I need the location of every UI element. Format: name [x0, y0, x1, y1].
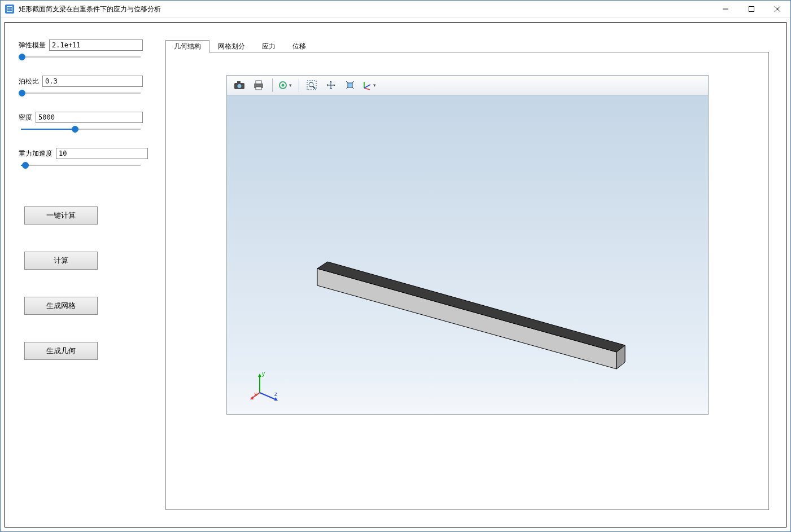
svg-text:z: z — [274, 391, 277, 397]
tab-mesh[interactable]: 网格划分 — [209, 40, 254, 52]
svg-text:y: y — [262, 371, 265, 377]
gravity-label: 重力加速度 — [19, 149, 53, 159]
density-slider[interactable] — [19, 125, 143, 133]
elastic-modulus-label: 弹性模量 — [19, 41, 46, 50]
app-icon — [5, 5, 14, 14]
close-button[interactable] — [764, 1, 790, 17]
svg-rect-0 — [7, 7, 12, 12]
svg-line-31 — [260, 393, 276, 399]
gravity-input[interactable] — [56, 148, 148, 159]
svg-rect-18 — [348, 83, 352, 87]
poisson-slider[interactable] — [19, 89, 143, 97]
gear-icon[interactable] — [276, 77, 294, 94]
axis-triad: y x z — [250, 369, 283, 403]
svg-point-14 — [282, 84, 285, 87]
density-input[interactable] — [36, 112, 143, 123]
print-icon[interactable] — [250, 77, 268, 94]
oneclick-compute-button[interactable]: 一键计算 — [24, 206, 98, 225]
compute-button[interactable]: 计算 — [24, 252, 98, 270]
camera-icon[interactable] — [230, 77, 248, 94]
param-poisson: 泊松比 — [19, 76, 143, 97]
svg-point-16 — [309, 82, 313, 87]
viewport-3d[interactable]: y x z — [226, 75, 709, 415]
app-window: 矩形截面简支梁在自重条件下的应力与位移分析 弹性模量 泊松比 — [0, 0, 791, 532]
beam-geometry — [312, 256, 628, 380]
svg-line-20 — [364, 88, 370, 90]
tab-bar: 几何结构 网格划分 应力 位移 — [165, 39, 769, 52]
generate-geometry-button[interactable]: 生成几何 — [24, 342, 98, 360]
viewport-toolbar — [227, 76, 708, 95]
zoom-box-icon[interactable] — [303, 77, 321, 94]
elastic-modulus-slider[interactable] — [19, 53, 143, 61]
poisson-label: 泊松比 — [19, 77, 39, 86]
tab-stress[interactable]: 应力 — [254, 40, 284, 52]
param-elastic-modulus: 弹性模量 — [19, 39, 143, 61]
svg-marker-26 — [258, 373, 261, 377]
svg-line-17 — [313, 86, 315, 89]
svg-marker-22 — [317, 269, 617, 369]
tab-displacement[interactable]: 位移 — [284, 40, 314, 52]
sidebar: 弹性模量 泊松比 密度 — [19, 39, 143, 510]
elastic-modulus-input[interactable] — [49, 39, 143, 51]
svg-rect-4 — [749, 7, 754, 12]
axes-icon[interactable] — [360, 77, 378, 94]
svg-point-9 — [237, 84, 241, 88]
svg-text:x: x — [254, 391, 257, 397]
svg-marker-23 — [317, 262, 625, 352]
svg-line-21 — [364, 85, 370, 88]
generate-mesh-button[interactable]: 生成网格 — [24, 297, 98, 315]
pan-icon[interactable] — [322, 77, 340, 94]
density-label: 密度 — [19, 113, 32, 122]
gravity-slider[interactable] — [19, 161, 143, 169]
view-container: y x z — [165, 52, 769, 510]
poisson-input[interactable] — [42, 76, 143, 87]
maximize-button[interactable] — [738, 1, 764, 17]
param-density: 密度 — [19, 112, 143, 133]
svg-rect-12 — [256, 87, 261, 90]
tab-geometry[interactable]: 几何结构 — [165, 40, 209, 52]
fit-icon[interactable] — [341, 77, 359, 94]
svg-rect-8 — [237, 81, 241, 83]
minimize-button[interactable] — [713, 1, 738, 17]
window-title: 矩形截面简支梁在自重条件下的应力与位移分析 — [19, 5, 161, 14]
param-gravity: 重力加速度 — [19, 148, 143, 169]
titlebar: 矩形截面简支梁在自重条件下的应力与位移分析 — [1, 1, 790, 18]
main-panel: 几何结构 网格划分 应力 位移 — [165, 39, 769, 510]
